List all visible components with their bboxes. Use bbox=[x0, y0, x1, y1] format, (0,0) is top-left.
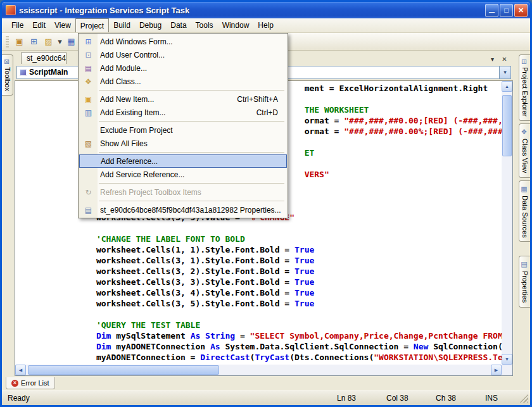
menu-bar: FileEditViewProjectBuildDebugDataToolsWi… bbox=[2, 18, 530, 33]
side-tab-label: Properties bbox=[521, 271, 529, 303]
scroll-down-button[interactable]: ▼ bbox=[502, 354, 512, 365]
error-list-tab[interactable]: ✕ Error List bbox=[6, 377, 55, 389]
data-sources-icon: ▦ bbox=[521, 185, 529, 193]
code-line[interactable]: worksheet.Cells(3, 2).Style.Font.Bold = … bbox=[37, 266, 502, 277]
code-line[interactable]: Dim myADONETConnection As System.Data.Sq… bbox=[37, 341, 502, 352]
menu-separator bbox=[99, 152, 284, 153]
side-tab-project-explorer[interactable]: ⊟Project Explorer bbox=[519, 54, 530, 121]
menu-item-label: Add Service Reference... bbox=[100, 170, 184, 179]
toolbox-icon: ⊠ bbox=[3, 59, 11, 65]
menu-debug[interactable]: Debug bbox=[135, 18, 166, 32]
types-combo-value: ScriptMain bbox=[29, 68, 68, 77]
status-insert-mode: INS bbox=[485, 394, 518, 403]
members-combo[interactable]: Main ▾ bbox=[250, 66, 511, 79]
side-tab-class-view[interactable]: ❖Class View bbox=[519, 123, 530, 177]
side-tab-toolbox[interactable]: ⊠Toolbox bbox=[2, 54, 13, 96]
file-list-dropdown-button[interactable]: ▾ bbox=[488, 54, 497, 64]
side-tab-label: Class View bbox=[521, 139, 529, 173]
code-line[interactable]: 'QUERY THE TEST TABLE bbox=[37, 320, 502, 330]
code-line[interactable]: worksheet.Cells(1, 1).Style.Font.Bold = … bbox=[37, 244, 502, 255]
side-tab-label: Data Sources bbox=[521, 196, 529, 238]
new-item-icon: ▣ bbox=[79, 95, 98, 104]
menu-item-add-user-control[interactable]: ⊡Add User Control... bbox=[79, 48, 287, 61]
menu-item-label: Add Class... bbox=[100, 77, 141, 86]
menu-file[interactable]: File bbox=[7, 18, 28, 32]
titlebar-buttons: — □ ✕ bbox=[485, 4, 528, 17]
menu-build[interactable]: Build bbox=[109, 18, 135, 32]
side-tab-properties[interactable]: ▤Properties bbox=[519, 256, 530, 307]
toolbar-grip[interactable] bbox=[6, 36, 9, 47]
scroll-right-button[interactable]: ▶ bbox=[491, 365, 502, 375]
close-document-button[interactable]: ✕ bbox=[500, 54, 509, 64]
status-character: Ch 38 bbox=[436, 394, 485, 403]
menu-item-add-reference[interactable]: Add Reference... bbox=[79, 154, 287, 168]
menu-item-add-new-item[interactable]: ▣Add New Item...Ctrl+Shift+A bbox=[79, 92, 287, 106]
maximize-button[interactable]: □ bbox=[500, 4, 513, 17]
window-title: ssisscript - Integration Services Script… bbox=[19, 6, 189, 15]
side-tab-data-sources[interactable]: ▦Data Sources bbox=[519, 180, 530, 242]
status-bar: Ready Ln 83 Col 38 Ch 38 INS bbox=[2, 391, 530, 405]
open-file-button[interactable]: ▨ bbox=[41, 35, 56, 49]
code-line[interactable]: worksheet.Cells(3, 3).Style.Font.Bold = … bbox=[37, 277, 502, 287]
menu-item-show-all-files[interactable]: ▧Show All Files bbox=[79, 137, 287, 150]
status-column: Col 38 bbox=[386, 394, 436, 403]
menu-item-add-module[interactable]: ▤Add Module... bbox=[79, 61, 287, 75]
document-tab[interactable]: st_e90dc64bce8f45f9bc4df43a1a812982 bbox=[21, 52, 66, 64]
code-line[interactable] bbox=[37, 223, 502, 234]
scroll-up-button[interactable]: ▲ bbox=[502, 81, 512, 92]
horizontal-scroll-thumb[interactable] bbox=[28, 365, 219, 375]
side-tab-label: Project Explorer bbox=[521, 67, 529, 116]
menu-project[interactable]: Project bbox=[75, 18, 109, 32]
vertical-scrollbar[interactable]: ▲ ▼ bbox=[502, 81, 512, 365]
save-button[interactable]: ▦ bbox=[64, 35, 79, 49]
module-icon: ▤ bbox=[79, 64, 98, 73]
project-explorer-icon: ⊟ bbox=[521, 59, 529, 65]
code-line[interactable]: worksheet.Cells(3, 1).Style.Font.Bold = … bbox=[37, 255, 502, 266]
menu-view[interactable]: View bbox=[50, 18, 75, 32]
class-icon: ❖ bbox=[79, 77, 98, 86]
code-line[interactable]: worksheet.Cells(3, 5).Style.Font.Bold = … bbox=[37, 298, 502, 309]
menu-data[interactable]: Data bbox=[166, 18, 191, 32]
menu-window[interactable]: Window bbox=[218, 18, 254, 32]
menu-edit[interactable]: Edit bbox=[28, 18, 50, 32]
menu-item-refresh-project-toolbox-items[interactable]: ↻Refresh Project Toolbox Items bbox=[79, 185, 287, 199]
menu-item-add-service-reference[interactable]: Add Service Reference... bbox=[79, 168, 287, 181]
resize-grip[interactable] bbox=[519, 394, 528, 403]
open-options-button[interactable]: ▾ bbox=[56, 35, 64, 49]
new-item-button[interactable]: ▣ bbox=[12, 35, 27, 49]
menu-item-st-e90dc64bce8f45f9bc4df43a1a812982-properties[interactable]: ▤st_e90dc64bce8f45f9bc4df43a1a812982 Pro… bbox=[79, 203, 287, 216]
save-disk-icon: ▦ bbox=[67, 37, 75, 46]
chevron-down-icon: ▾ bbox=[58, 37, 62, 46]
code-line[interactable]: myADONETConnection = DirectCast(TryCast(… bbox=[37, 352, 502, 363]
members-combo-arrow-icon[interactable]: ▾ bbox=[499, 66, 510, 78]
menu-item-label: Exclude From Project bbox=[100, 126, 173, 135]
horizontal-scrollbar[interactable]: ◀ ▶ bbox=[15, 365, 502, 375]
code-line[interactable]: Dim mySqlStatement As String = "SELECT S… bbox=[37, 330, 502, 341]
menu-help[interactable]: Help bbox=[253, 18, 278, 32]
menu-item-add-existing-item[interactable]: ▥Add Existing Item...Ctrl+D bbox=[79, 106, 287, 119]
class-view-icon: ❖ bbox=[521, 128, 529, 136]
windows-form-icon: ⊞ bbox=[79, 37, 98, 46]
menu-item-exclude-from-project[interactable]: Exclude From Project bbox=[79, 123, 287, 137]
close-button[interactable]: ✕ bbox=[514, 4, 528, 17]
menu-separator bbox=[99, 183, 284, 184]
vertical-scroll-thumb[interactable] bbox=[502, 95, 512, 156]
add-item-button[interactable]: ⊞ bbox=[27, 35, 41, 49]
code-line[interactable]: 'CHANGE THE LABEL FONT TO BOLD bbox=[37, 234, 502, 244]
menu-tools[interactable]: Tools bbox=[191, 18, 218, 32]
new-item-icon: ▣ bbox=[15, 37, 23, 46]
properties-icon: ▤ bbox=[79, 206, 98, 215]
title-bar[interactable]: ssisscript - Integration Services Script… bbox=[2, 2, 530, 18]
code-line[interactable] bbox=[37, 309, 502, 320]
project-menu: ⊞Add Windows Form...⊡Add User Control...… bbox=[78, 33, 288, 218]
menu-item-add-windows-form[interactable]: ⊞Add Windows Form... bbox=[79, 35, 287, 48]
scroll-left-button[interactable]: ◀ bbox=[15, 365, 26, 375]
app-icon bbox=[6, 5, 16, 15]
menu-item-label: Add User Control... bbox=[100, 51, 165, 59]
minimize-button[interactable]: — bbox=[485, 4, 498, 17]
open-folder-icon: ▨ bbox=[44, 37, 52, 46]
menu-item-add-class[interactable]: ❖Add Class... bbox=[79, 75, 287, 88]
document-well-controls: ▾ ✕ bbox=[488, 54, 513, 64]
error-icon: ✕ bbox=[11, 380, 18, 387]
code-line[interactable]: worksheet.Cells(3, 4).Style.Font.Bold = … bbox=[37, 287, 502, 298]
